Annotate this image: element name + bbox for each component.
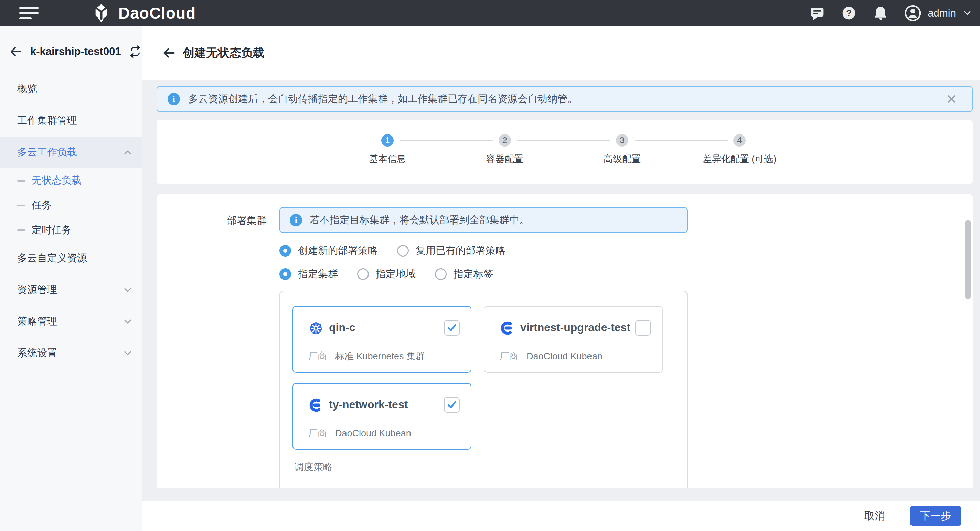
menu-toggle-icon[interactable] [19, 5, 40, 21]
sidebar-item-work-cluster-mgmt[interactable]: 工作集群管理 [0, 105, 142, 136]
step-number: 1 [385, 135, 390, 145]
sidebar-item-label: 任务 [32, 198, 133, 212]
content: i 多云资源创建后，会自动传播指定的工作集群，如工作集群已存在同名资源会自动纳管… [142, 80, 980, 501]
policy-radio-group: 创建新的部署策略 复用已有的部署策略 [279, 244, 506, 258]
vendor-value: 标准 Kubernetes 集群 [335, 350, 425, 363]
svg-text:?: ? [846, 8, 852, 18]
step-2-circle[interactable]: 2 [499, 134, 511, 146]
cluster-name: qin-c [329, 321, 355, 334]
sidebar: k-kairship-test001 概览 工作集群管理 多云工作负载 无状态负… [0, 26, 142, 531]
sidebar-item-multicloud-custom-resources[interactable]: 多云自定义资源 [0, 243, 142, 274]
workspace-swap-icon[interactable] [129, 45, 142, 58]
page-back-arrow-icon[interactable] [161, 45, 177, 60]
deploy-cluster-hint: i 若不指定目标集群，将会默认部署到全部集群中。 [279, 207, 687, 233]
sidebar-item-label: 多云自定义资源 [17, 251, 133, 265]
chevron-up-icon [123, 147, 133, 157]
topbar: DaoCloud ? [0, 0, 980, 26]
sidebar-item-label: 资源管理 [17, 283, 123, 297]
step-number: 3 [620, 135, 624, 145]
username: admin [928, 7, 956, 19]
sidebar-item-cronjobs[interactable]: 定时任务 [0, 218, 142, 243]
sidebar-item-stateless-workload[interactable]: 无状态负载 [0, 168, 142, 193]
radio-label: 指定标签 [453, 267, 493, 281]
radio-specify-region[interactable]: 指定地域 [357, 267, 416, 281]
info-icon: i [167, 93, 180, 105]
cancel-button[interactable]: 取消 [859, 506, 891, 526]
scheduling-strategy-title: 调度策略 [294, 461, 333, 474]
brand-logo[interactable]: DaoCloud [92, 3, 196, 23]
cluster-card-ty-network-test[interactable]: ty-network-test 厂商 DaoCloud Kubean [293, 383, 471, 450]
sidebar-item-label: 定时任务 [32, 223, 133, 237]
chevron-down-icon [123, 285, 133, 295]
step-connector [635, 139, 728, 141]
cluster-checkbox-unchecked[interactable] [635, 320, 651, 336]
step-number: 4 [737, 135, 741, 145]
radio-specify-cluster[interactable]: 指定集群 [279, 267, 338, 281]
radio-reuse-policy[interactable]: 复用已有的部署策略 [397, 244, 506, 258]
radio-selected-icon [279, 245, 291, 257]
cluster-vendor-row: 厂商 DaoCloud Kubean [500, 350, 603, 363]
cluster-selection-panel: qin-c 厂商 标准 Kubernetes 集群 [279, 291, 687, 488]
sidebar-item-overview[interactable]: 概览 [0, 73, 142, 105]
sidebar-item-label: 工作集群管理 [17, 114, 133, 128]
sidebar-item-jobs[interactable]: 任务 [0, 193, 142, 218]
sidebar-item-label: 概览 [17, 82, 133, 96]
step-2-label: 容器配置 [443, 153, 567, 165]
brand-name: DaoCloud [118, 4, 196, 22]
kubean-logo-icon [500, 320, 515, 336]
vendor-value: DaoCloud Kubean [527, 351, 603, 362]
wizard-footer: 取消 下一步 [142, 501, 980, 531]
sidebar-back-arrow-icon[interactable] [9, 45, 23, 59]
kubean-logo-icon [308, 398, 323, 413]
step-3-circle[interactable]: 3 [616, 134, 628, 146]
step-1-circle[interactable]: 1 [381, 134, 394, 146]
radio-unselected-icon [357, 268, 369, 280]
cluster-name: ty-network-test [329, 398, 408, 411]
radio-specify-label[interactable]: 指定标签 [435, 267, 493, 281]
user-menu[interactable]: admin [904, 5, 972, 22]
dash-icon [17, 180, 25, 182]
step-connector [400, 139, 493, 141]
next-step-button[interactable]: 下一步 [910, 506, 961, 526]
step-number: 2 [503, 135, 507, 145]
scrollbar-thumb[interactable] [965, 220, 971, 299]
vendor-label: 厂商 [308, 350, 327, 363]
sidebar-item-policy-mgmt[interactable]: 策略管理 [0, 306, 142, 338]
target-radio-group: 指定集群 指定地域 指定标签 [279, 267, 493, 281]
daocloud-logo-icon [92, 3, 111, 23]
sidebar-item-resource-mgmt[interactable]: 资源管理 [0, 274, 142, 306]
messages-icon[interactable] [809, 5, 825, 21]
sidebar-item-multicloud-workloads[interactable]: 多云工作负载 [0, 136, 142, 168]
avatar-icon [904, 5, 921, 22]
close-icon[interactable] [945, 92, 958, 106]
info-alert: i 多云资源创建后，会自动传播指定的工作集群，如工作集群已存在同名资源会自动纳管… [157, 86, 973, 112]
sidebar-item-label: 多云工作负载 [17, 146, 123, 159]
radio-label: 创建新的部署策略 [298, 244, 378, 258]
hint-text: 若不指定目标集群，将会默认部署到全部集群中。 [310, 213, 529, 227]
radio-selected-icon [279, 268, 291, 280]
stepper: 1 2 3 4 基本信息 容器配置 高级配置 差异化配置 (可选) [157, 120, 973, 184]
page-header: 创建无状态负载 [142, 26, 980, 80]
sidebar-item-system-settings[interactable]: 系统设置 [0, 338, 142, 369]
cluster-card-qin-c[interactable]: qin-c 厂商 标准 Kubernetes 集群 [293, 306, 471, 373]
help-icon[interactable]: ? [841, 5, 857, 21]
step-connector [517, 139, 611, 141]
notifications-bell-icon[interactable] [873, 5, 888, 21]
step-3-label: 高级配置 [560, 153, 684, 165]
cluster-name: virtnest-upgrade-test [520, 321, 630, 334]
step-4-circle[interactable]: 4 [733, 134, 746, 146]
radio-create-new-policy[interactable]: 创建新的部署策略 [279, 244, 378, 258]
vendor-label: 厂商 [500, 350, 518, 363]
chevron-down-icon [123, 348, 133, 358]
vendor-value: DaoCloud Kubean [335, 428, 411, 439]
topbar-actions: ? admin [809, 5, 972, 22]
vendor-label: 厂商 [308, 427, 327, 439]
kubernetes-logo-icon [308, 320, 323, 336]
cluster-checkbox-checked[interactable] [444, 320, 460, 336]
cluster-checkbox-checked[interactable] [444, 397, 460, 413]
sidebar-item-label: 无状态负载 [32, 174, 133, 187]
cluster-card-virtnest-upgrade-test[interactable]: virtnest-upgrade-test 厂商 DaoCloud Kubean [484, 306, 663, 373]
sidebar-item-label: 系统设置 [17, 346, 123, 360]
cluster-vendor-row: 厂商 DaoCloud Kubean [308, 427, 411, 439]
sidebar-item-label: 策略管理 [17, 315, 123, 328]
